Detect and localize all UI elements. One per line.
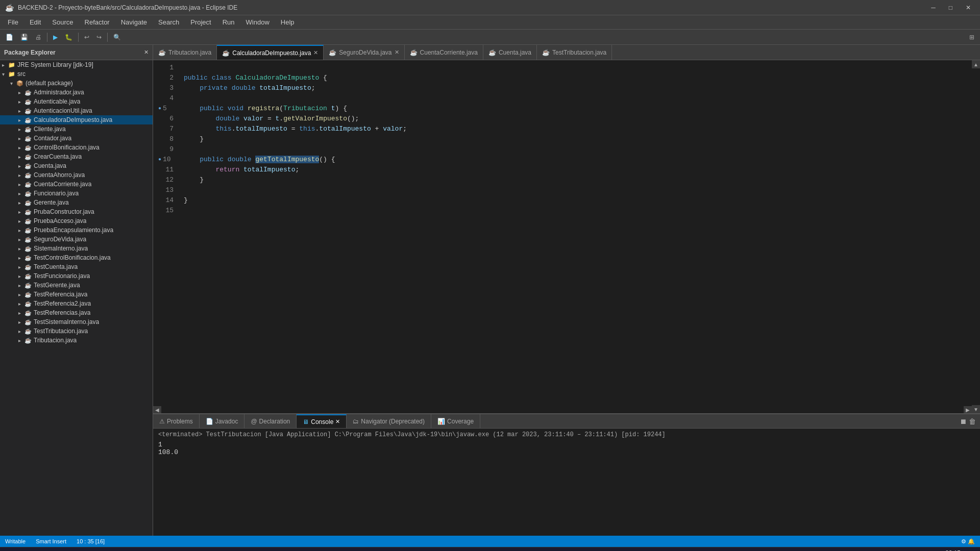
menu-edit[interactable]: Edit xyxy=(24,17,46,28)
tree-item[interactable]: ▸☕SeguroDeVida.java xyxy=(0,235,153,244)
taskbar-files[interactable]: 🗂 xyxy=(38,548,57,552)
toolbar-undo[interactable]: ↩ xyxy=(81,32,92,42)
menu-help[interactable]: Help xyxy=(276,17,300,28)
tree-item[interactable]: ▸☕TestReferencias.java xyxy=(0,308,153,317)
tab-tributacion[interactable]: ☕ Tributacion.java xyxy=(153,45,217,60)
tree-arrow-icon: ▸ xyxy=(18,319,24,325)
tree-item[interactable]: ▸☕TestTributacion.java xyxy=(0,327,153,336)
tree-item[interactable]: ▸☕Cliente.java xyxy=(0,124,153,134)
taskbar-eclipse[interactable]: ☕ xyxy=(101,548,119,552)
tree-file-icon: 📦 xyxy=(16,80,23,87)
toolbar-new[interactable]: 📄 xyxy=(3,32,16,42)
tree-item[interactable]: ▸☕CrearCuenta.java xyxy=(0,152,153,161)
tree-arrow-icon: ▸ xyxy=(18,237,24,242)
tree-item[interactable]: ▸☕PruebaEncapsulamiento.java xyxy=(0,226,153,235)
tab-console-label: Console xyxy=(311,418,333,425)
menu-search[interactable]: Search xyxy=(153,17,184,28)
scroll-right-arrow[interactable]: ▶ xyxy=(964,406,972,413)
tree-file-icon: ☕ xyxy=(24,310,32,316)
tree-item[interactable]: ▸☕PruebaAcceso.java xyxy=(0,216,153,226)
tree-item[interactable]: ▸☕TestReferencia.java xyxy=(0,290,153,299)
tree-item[interactable]: ▸☕Gerente.java xyxy=(0,198,153,207)
tree-item[interactable]: ▸☕CuentaAhorro.java xyxy=(0,170,153,180)
taskbar-chrome[interactable]: 🌐 xyxy=(80,548,99,552)
code-editor[interactable]: 1 2 3 4 ●5 6 7 8 9 ●10 11 12 13 14 15 xyxy=(153,60,980,413)
tree-item[interactable]: ▸☕TestSistemaInterno.java xyxy=(0,317,153,327)
tree-item[interactable]: ▸☕Tributacion.java xyxy=(0,336,153,345)
tree-arrow-icon: ▸ xyxy=(18,246,24,252)
scroll-down-arrow[interactable]: ▼ xyxy=(972,405,980,413)
tab-javadoc[interactable]: 📄 Javadoc xyxy=(200,414,245,428)
tab-cuentacorriente[interactable]: ☕ CuentaCorriente.java xyxy=(405,45,483,60)
tab-coverage[interactable]: 📊 Coverage xyxy=(431,414,480,428)
tree-item[interactable]: ▸☕Funcionario.java xyxy=(0,189,153,198)
sidebar-close-icon[interactable]: ✕ xyxy=(144,49,149,56)
tree-item[interactable]: ▸☕ControlBonificacion.java xyxy=(0,143,153,152)
menu-navigate[interactable]: Navigate xyxy=(116,17,152,28)
toolbar-search[interactable]: 🔍 xyxy=(110,32,124,42)
tree-item[interactable]: ▾📁src xyxy=(0,69,153,79)
tree-arrow-icon: ▸ xyxy=(18,172,24,178)
tab-calculadora[interactable]: ☕ CalculadoraDeImpuesto.java ✕ xyxy=(217,45,324,60)
console-output-line2: 108.0 xyxy=(158,448,975,456)
toolbar-run[interactable]: ▶ xyxy=(50,32,61,42)
toolbar-save[interactable]: 💾 xyxy=(17,32,31,42)
console-toolbar-stop[interactable]: ⏹ xyxy=(960,417,967,425)
tab-testtributacion[interactable]: ☕ TestTributacion.java xyxy=(537,45,612,60)
tab-calculadora-close-icon[interactable]: ✕ xyxy=(313,49,318,56)
taskbar-explorer[interactable]: 📁 xyxy=(59,548,78,552)
tree-item[interactable]: ▸☕Administrador.java xyxy=(0,88,153,97)
maximize-button[interactable]: □ xyxy=(945,3,957,12)
tab-cuenta[interactable]: ☕ Cuenta.java xyxy=(483,45,537,60)
menu-window[interactable]: Window xyxy=(241,17,275,28)
scroll-left-arrow[interactable]: ◀ xyxy=(153,406,161,413)
editor-tab-bar: ☕ Tributacion.java ☕ CalculadoraDeImpues… xyxy=(153,45,980,60)
tree-item[interactable]: ▸☕Contador.java xyxy=(0,134,153,143)
tree-item[interactable]: ▸☕AutenticacionUtil.java xyxy=(0,106,153,115)
menu-refactor[interactable]: Refactor xyxy=(80,17,115,28)
tab-tributacion-icon: ☕ xyxy=(158,49,166,56)
tree-item[interactable]: ▸☕SistemaInterno.java xyxy=(0,244,153,253)
taskbar-edge[interactable]: 🔵 xyxy=(122,548,140,552)
tree-item[interactable]: ▸☕CalculadoraDeImpuesto.java xyxy=(0,115,153,124)
tree-item[interactable]: ▸☕CuentaCorriente.java xyxy=(0,180,153,189)
tree-item[interactable]: ▾📦(default package) xyxy=(0,79,153,88)
tree-item[interactable]: ▸☕TestCuenta.java xyxy=(0,262,153,271)
tab-console[interactable]: 🖥 Console ✕ xyxy=(297,414,347,428)
menu-run[interactable]: Run xyxy=(217,17,240,28)
toolbar-perspective[interactable]: ⊞ xyxy=(966,32,977,42)
menu-file[interactable]: File xyxy=(3,17,23,28)
tab-navigator[interactable]: 🗂 Navigator (Deprecated) xyxy=(347,414,431,428)
toolbar-debug[interactable]: 🐛 xyxy=(62,32,76,42)
package-explorer-panel: Package Explorer ✕ ▸📁JRE System Library … xyxy=(0,45,153,536)
tree-file-icon: ☕ xyxy=(24,199,32,206)
console-toolbar-clear[interactable]: 🗑 xyxy=(969,417,976,425)
tab-declaration[interactable]: @ Declaration xyxy=(244,414,297,428)
tree-file-icon: ☕ xyxy=(24,227,32,234)
tab-seguro-close-icon[interactable]: ✕ xyxy=(395,49,399,56)
tree-item[interactable]: ▸☕TestReferencia2.java xyxy=(0,299,153,308)
tree-item[interactable]: ▸📁JRE System Library [jdk-19] xyxy=(0,60,153,69)
tree-item[interactable]: ▸☕TestControlBonificacion.java xyxy=(0,253,153,262)
sidebar-tree[interactable]: ▸📁JRE System Library [jdk-19]▾📁src▾📦(def… xyxy=(0,60,153,536)
tree-item[interactable]: ▸☕Cuenta.java xyxy=(0,161,153,170)
scroll-up-arrow[interactable]: ▲ xyxy=(972,60,980,68)
menu-source[interactable]: Source xyxy=(47,17,78,28)
tab-declaration-label: Declaration xyxy=(259,418,290,425)
tab-seguro[interactable]: ☕ SeguroDeVida.java ✕ xyxy=(324,45,404,60)
sidebar-header: Package Explorer ✕ xyxy=(0,45,153,60)
tree-arrow-icon: ▸ xyxy=(18,182,24,187)
close-button[interactable]: ✕ xyxy=(962,3,975,12)
tree-item[interactable]: ▸☕Autenticable.java xyxy=(0,97,153,106)
toolbar-redo[interactable]: ↪ xyxy=(93,32,105,42)
toolbar-print[interactable]: 🖨 xyxy=(32,32,44,42)
tab-problems[interactable]: ⚠ Problems xyxy=(153,414,200,428)
tree-item[interactable]: ▸☕TestGerente.java xyxy=(0,281,153,290)
tab-console-close-icon[interactable]: ✕ xyxy=(335,418,340,425)
tree-item[interactable]: ▸☕TestFuncionario.java xyxy=(0,271,153,281)
tree-item-label: CuentaCorriente.java xyxy=(34,181,91,188)
tree-item[interactable]: ▸☕PrubaConstructor.java xyxy=(0,207,153,216)
minimize-button[interactable]: ─ xyxy=(927,3,940,12)
tree-file-icon: ☕ xyxy=(24,98,32,105)
menu-project[interactable]: Project xyxy=(185,17,216,28)
